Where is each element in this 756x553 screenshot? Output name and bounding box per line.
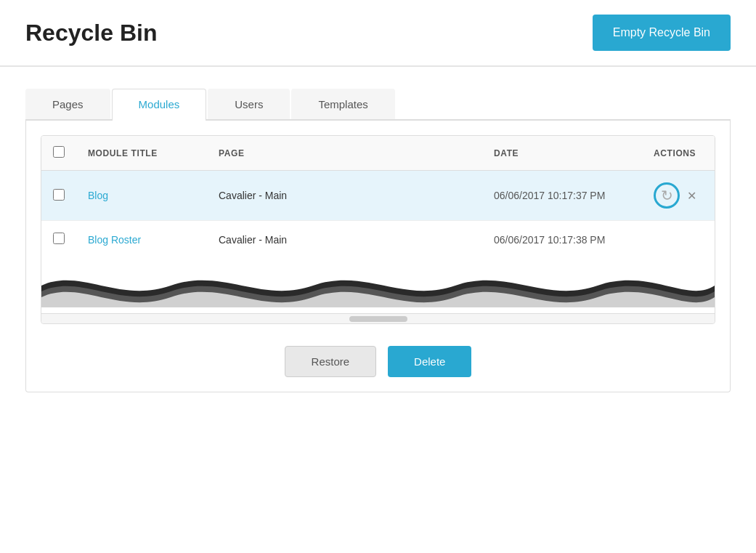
row-1-actions-cell: ↻ ✕	[642, 171, 715, 221]
main-content: Pages Modules Users Templates MODULE TIT…	[0, 67, 756, 414]
table-header-row: MODULE TITLE PAGE DATE ACTIONS	[41, 136, 715, 171]
table-row: Blog Roster Cavalier - Main 06/06/2017 1…	[41, 221, 715, 259]
scroll-bar[interactable]	[41, 313, 715, 323]
tab-users[interactable]: Users	[208, 89, 290, 119]
wave-decoration	[41, 264, 715, 307]
col-header-actions: ACTIONS	[642, 136, 715, 171]
row-2-date-cell: 06/06/2017 10:17:38 PM	[482, 221, 642, 259]
row-1-title-link[interactable]: Blog	[88, 190, 108, 201]
row-1-page-cell: Cavalier - Main	[207, 171, 482, 221]
row-1-restore-icon-button[interactable]: ↻	[654, 182, 680, 209]
row-checkbox-cell	[41, 171, 76, 221]
col-header-checkbox	[41, 136, 76, 171]
col-header-date: DATE	[482, 136, 642, 171]
delete-button[interactable]: Delete	[388, 346, 471, 377]
row-2-title-link[interactable]: Blog Roster	[88, 234, 141, 246]
row-checkbox-cell	[41, 221, 76, 259]
tab-pages[interactable]: Pages	[25, 89, 110, 119]
footer-buttons: Restore Delete	[41, 346, 715, 377]
row-1-checkbox[interactable]	[53, 189, 65, 201]
select-all-checkbox[interactable]	[53, 146, 65, 158]
col-header-page: PAGE	[207, 136, 482, 171]
col-header-module-title: MODULE TITLE	[76, 136, 207, 171]
row-2-page-cell: Cavalier - Main	[207, 221, 482, 259]
row-1-title-cell: Blog	[76, 171, 207, 221]
refresh-arrow-icon: ↻	[661, 187, 673, 204]
row-1-delete-icon-button[interactable]: ✕	[684, 188, 699, 203]
tab-modules[interactable]: Modules	[112, 89, 207, 121]
row-2-actions-cell	[642, 221, 715, 259]
row-2-title-cell: Blog Roster	[76, 221, 207, 259]
row-1-date-cell: 06/06/2017 10:17:37 PM	[482, 171, 642, 221]
scroll-thumb	[349, 316, 407, 322]
data-table: MODULE TITLE PAGE DATE ACTIONS Blog	[41, 135, 715, 324]
tabs-container: Pages Modules Users Templates	[25, 89, 731, 121]
empty-recycle-bin-button[interactable]: Empty Recycle Bin	[593, 15, 731, 51]
tab-templates[interactable]: Templates	[291, 89, 394, 119]
table-row: Blog Cavalier - Main 06/06/2017 10:17:37…	[41, 171, 715, 221]
row-2-checkbox[interactable]	[53, 233, 65, 244]
page-title: Recycle Bin	[25, 20, 157, 47]
close-icon: ✕	[687, 189, 696, 203]
card-content: MODULE TITLE PAGE DATE ACTIONS Blog	[25, 121, 731, 392]
restore-button[interactable]: Restore	[285, 346, 377, 377]
row-1-actions-group: ↻ ✕	[654, 182, 703, 209]
page-header: Recycle Bin Empty Recycle Bin	[0, 0, 756, 67]
